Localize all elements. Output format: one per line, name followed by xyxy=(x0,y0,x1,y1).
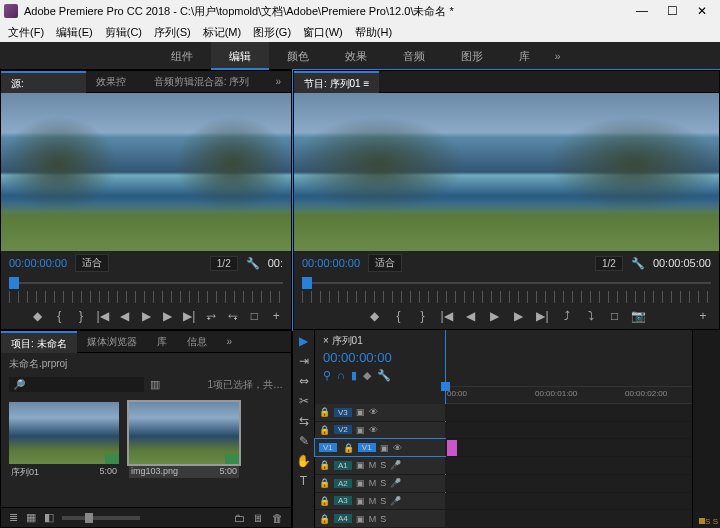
program-scrubber[interactable] xyxy=(302,275,711,291)
tab-overflow[interactable]: » xyxy=(265,71,291,93)
lock-icon[interactable]: 🔒 xyxy=(319,496,330,506)
track-v3[interactable]: 🔒V3▣👁 xyxy=(315,404,692,422)
tab-source[interactable]: 源: img103.png xyxy=(1,71,86,93)
project-search-input[interactable] xyxy=(9,377,144,392)
ripple-tool-icon[interactable]: ⇔ xyxy=(297,374,311,388)
play-icon[interactable]: ▶ xyxy=(139,308,153,324)
go-next-icon[interactable]: ▶| xyxy=(535,308,551,324)
marker-icon[interactable]: ▮ xyxy=(351,369,357,382)
video-clip[interactable] xyxy=(447,440,457,456)
workspace-editing[interactable]: 编辑 xyxy=(211,42,269,70)
project-item[interactable]: img103.png5:00 xyxy=(129,402,239,499)
track-a3[interactable]: 🔒A3▣MS🎤 xyxy=(315,493,692,511)
program-timecode-in[interactable]: 00:00:00:00 xyxy=(302,257,360,269)
extract-icon[interactable]: ⤵ xyxy=(583,308,599,324)
mic-icon[interactable]: 🎤 xyxy=(390,478,401,488)
menu-file[interactable]: 文件(F) xyxy=(4,25,48,40)
play-icon[interactable]: ▶ xyxy=(487,308,503,324)
go-prev-icon[interactable]: |◀ xyxy=(439,308,455,324)
lift-icon[interactable]: ⤴ xyxy=(559,308,575,324)
lock-icon[interactable]: 🔒 xyxy=(319,460,330,470)
tab-media-browser[interactable]: 媒体浏览器 xyxy=(77,331,147,353)
workspace-effects[interactable]: 效果 xyxy=(327,42,385,70)
thumbnail-zoom-slider[interactable] xyxy=(62,516,140,520)
marker-icon[interactable]: ◆ xyxy=(367,308,383,324)
selection-tool-icon[interactable]: ▶ xyxy=(297,334,311,348)
menu-graphics[interactable]: 图形(G) xyxy=(249,25,295,40)
lock-icon[interactable]: 🔒 xyxy=(319,478,330,488)
lock-icon[interactable]: 🔒 xyxy=(319,514,330,524)
tab-audio-mixer[interactable]: 音频剪辑混合器: 序列01 xyxy=(144,71,266,93)
source-timecode-in[interactable]: 00:00:00:00 xyxy=(9,257,67,269)
list-view-icon[interactable]: ≣ xyxy=(9,511,18,524)
tab-info[interactable]: 信息 xyxy=(177,331,217,353)
project-item[interactable]: 序列015:00 xyxy=(9,402,119,499)
mark-in-icon[interactable]: { xyxy=(391,308,407,324)
workspace-audio[interactable]: 音频 xyxy=(385,42,443,70)
track-a2[interactable]: 🔒A2▣MS🎤 xyxy=(315,475,692,493)
delete-icon[interactable]: 🗑 xyxy=(272,512,283,524)
track-v1[interactable]: V1🔒V1▣👁 xyxy=(315,439,692,457)
workspace-library[interactable]: 库 xyxy=(501,42,548,70)
source-monitor[interactable] xyxy=(1,93,291,251)
wrench-icon[interactable]: 🔧 xyxy=(246,257,260,270)
mark-out-icon[interactable]: } xyxy=(74,308,88,324)
tab-project[interactable]: 项目: 未命名 xyxy=(1,331,77,353)
settings-icon[interactable]: ◆ xyxy=(363,369,371,382)
razor-tool-icon[interactable]: ✂ xyxy=(297,394,311,408)
track-select-tool-icon[interactable]: ⇥ xyxy=(297,354,311,368)
export-frame-icon[interactable]: □ xyxy=(248,308,262,324)
tab-effect-controls[interactable]: 效果控件 xyxy=(86,71,144,93)
track-a1[interactable]: 🔒A1▣MS🎤 xyxy=(315,457,692,475)
step-fwd-icon[interactable]: ▶ xyxy=(161,308,175,324)
source-zoom-dropdown[interactable]: 1/2 xyxy=(210,256,238,271)
menu-marker[interactable]: 标记(M) xyxy=(199,25,246,40)
workspace-overflow[interactable]: » xyxy=(548,50,568,62)
program-monitor[interactable] xyxy=(294,93,719,251)
mark-in-icon[interactable]: { xyxy=(52,308,66,324)
lock-icon[interactable]: 🔒 xyxy=(319,425,330,435)
mic-icon[interactable]: 🎤 xyxy=(390,460,401,470)
step-back-icon[interactable]: ◀ xyxy=(117,308,131,324)
step-back-icon[interactable]: ◀ xyxy=(463,308,479,324)
sequence-title[interactable]: × 序列01 xyxy=(323,334,684,348)
close-button[interactable]: ✕ xyxy=(688,1,716,21)
camera-icon[interactable]: 📷 xyxy=(631,308,647,324)
lock-icon[interactable]: 🔒 xyxy=(319,407,330,417)
new-item-icon[interactable]: 🗏 xyxy=(253,512,264,524)
program-fit-dropdown[interactable]: 适合 xyxy=(368,254,402,272)
lock-icon[interactable]: 🔒 xyxy=(343,443,354,453)
workspace-color[interactable]: 颜色 xyxy=(269,42,327,70)
new-bin-icon[interactable]: 🗀 xyxy=(234,512,245,524)
source-fit-dropdown[interactable]: 适合 xyxy=(75,254,109,272)
marker-icon[interactable]: ◆ xyxy=(31,308,45,324)
menu-edit[interactable]: 编辑(E) xyxy=(52,25,97,40)
pen-tool-icon[interactable]: ✎ xyxy=(297,434,311,448)
icon-view-icon[interactable]: ▦ xyxy=(26,511,36,524)
button-editor-icon[interactable]: + xyxy=(695,308,711,324)
workspace-assembly[interactable]: 组件 xyxy=(153,42,211,70)
tab-program[interactable]: 节目: 序列01 ≡ xyxy=(294,71,379,93)
button-editor-icon[interactable]: + xyxy=(269,308,283,324)
step-fwd-icon[interactable]: ▶ xyxy=(511,308,527,324)
source-scrubber[interactable] xyxy=(9,275,283,291)
track-a4[interactable]: 🔒A4▣MS xyxy=(315,510,692,528)
program-zoom-dropdown[interactable]: 1/2 xyxy=(595,256,623,271)
wrench-icon[interactable]: 🔧 xyxy=(631,257,645,270)
menu-help[interactable]: 帮助(H) xyxy=(351,25,396,40)
time-ruler[interactable]: 00:00 00:00:01:00 00:00:02:00 00:00:03:0… xyxy=(445,386,692,404)
menu-window[interactable]: 窗口(W) xyxy=(299,25,347,40)
tab-library[interactable]: 库 xyxy=(147,331,177,353)
wrench-icon[interactable]: 🔧 xyxy=(377,369,391,382)
slip-tool-icon[interactable]: ⇆ xyxy=(297,414,311,428)
go-next-icon[interactable]: ▶| xyxy=(183,308,197,324)
freeform-view-icon[interactable]: ◧ xyxy=(44,511,54,524)
hand-tool-icon[interactable]: ✋ xyxy=(297,454,311,468)
mark-out-icon[interactable]: } xyxy=(415,308,431,324)
minimize-button[interactable]: — xyxy=(628,1,656,21)
mic-icon[interactable]: 🎤 xyxy=(390,496,401,506)
insert-icon[interactable]: ⥅ xyxy=(204,308,218,324)
maximize-button[interactable]: ☐ xyxy=(658,1,686,21)
menu-clip[interactable]: 剪辑(C) xyxy=(101,25,146,40)
bin-icon[interactable]: ▥ xyxy=(150,378,160,391)
